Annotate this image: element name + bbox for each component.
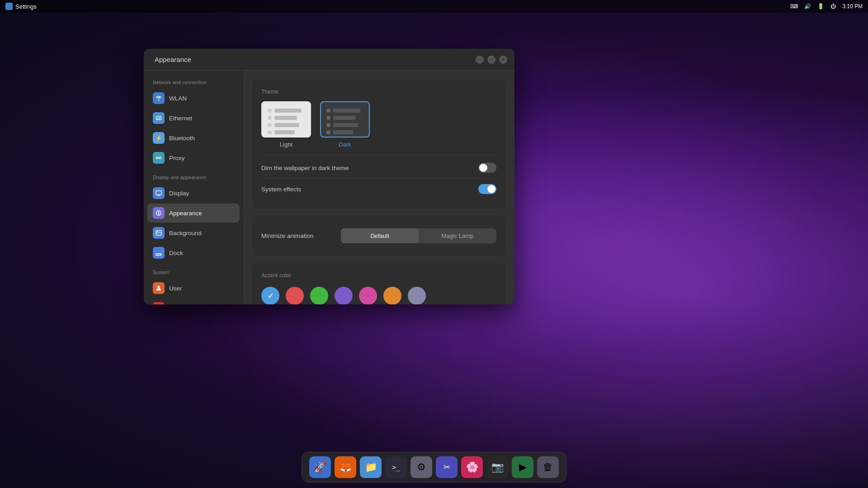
launchpad-icon: 🚀 — [314, 461, 326, 473]
anim-default-button[interactable]: Default — [341, 228, 419, 243]
window-titlebar: Appearance — □ ✕ — [144, 49, 514, 71]
system-effects-toggle[interactable] — [478, 184, 496, 194]
dim-wallpaper-toggle[interactable] — [478, 163, 496, 173]
dock-app-pika-backup[interactable]: 🌸 — [461, 456, 483, 478]
sidebar-item-display[interactable]: Display — [147, 184, 240, 203]
proxy-icon — [153, 152, 165, 164]
svg-point-16 — [157, 286, 160, 288]
settings-window: Appearance — □ ✕ Network and connection — [144, 49, 514, 304]
sidebar-item-notifications[interactable]: Notifications — [147, 298, 240, 304]
dock-app-media-player[interactable]: ▶ — [512, 456, 533, 478]
dock-app-screenshot[interactable]: 📷 — [486, 456, 508, 478]
window-controls: — □ ✕ — [476, 56, 507, 64]
theme-preview-dark — [320, 101, 370, 137]
topbar-right: ⌨ 🔊 🔋 ⏻ 3:10 PM — [790, 3, 863, 9]
sidebar-item-user[interactable]: User — [147, 279, 240, 298]
close-button[interactable]: ✕ — [499, 56, 507, 64]
volume-icon: 🔊 — [804, 3, 811, 9]
terminal-icon: >_ — [392, 464, 400, 471]
dock-app-trash[interactable]: 🗑 — [537, 456, 559, 478]
dock-app-ksnip[interactable]: ✂ — [436, 456, 458, 478]
theme-light-label: Light — [280, 141, 292, 148]
accent-green[interactable] — [310, 287, 328, 304]
sidebar-section-network: Network and connection — [147, 78, 240, 89]
maximize-icon: □ — [490, 57, 493, 62]
trash-icon: 🗑 — [543, 461, 553, 473]
theme-section-label: Theme — [261, 89, 496, 95]
minimize-icon: — — [477, 57, 482, 62]
accent-red[interactable] — [286, 287, 304, 304]
dock-app-firefox[interactable]: 🦊 — [335, 456, 356, 478]
theme-option-dark[interactable]: Dark — [320, 101, 370, 148]
animation-options: Default Magic Lamp — [341, 228, 496, 243]
theme-option-light[interactable]: Light — [261, 101, 311, 148]
theme-divider — [261, 155, 496, 156]
accent-blue[interactable] — [261, 287, 279, 304]
theme-preview-light — [261, 101, 311, 137]
toggle-row-effects: System effects — [261, 178, 496, 199]
topbar-app-name: Settings — [15, 3, 37, 10]
proxy-label: Proxy — [169, 155, 185, 161]
svg-rect-1 — [157, 118, 158, 119]
svg-rect-13 — [157, 254, 158, 255]
theme-section: Theme — [252, 80, 505, 208]
theme-dark-label: Dark — [339, 141, 351, 148]
dim-wallpaper-label: Dim the wallpaper in dark theme — [261, 165, 349, 171]
ethernet-label: Ethernet — [169, 115, 192, 122]
maximize-button[interactable]: □ — [487, 56, 495, 64]
topbar-left: Settings — [5, 3, 37, 10]
accent-pink[interactable] — [359, 287, 377, 304]
background-icon — [153, 227, 165, 239]
keyboard-icon: ⌨ — [790, 3, 798, 9]
sidebar-item-wlan[interactable]: WLAN — [147, 89, 240, 108]
user-icon — [153, 282, 165, 294]
user-label: User — [169, 285, 182, 292]
battery-icon: 🔋 — [817, 3, 824, 9]
dock-icon — [153, 247, 165, 259]
svg-rect-2 — [159, 118, 160, 119]
sidebar-item-dock[interactable]: Dock — [147, 243, 240, 262]
dock-app-terminal[interactable]: >_ — [385, 456, 407, 478]
accent-gray[interactable] — [408, 287, 426, 304]
dock-app-files[interactable]: 📁 — [360, 456, 382, 478]
system-effects-knob — [487, 185, 495, 193]
files-icon: 📁 — [365, 461, 377, 473]
ethernet-icon — [153, 112, 165, 124]
toggle-row-dim: Dim the wallpaper in dark theme — [261, 157, 496, 178]
system-effects-label: System effects — [261, 186, 301, 193]
dock-app-settings[interactable]: ⚙ — [410, 456, 432, 478]
sidebar-item-appearance[interactable]: Appearance — [147, 204, 240, 223]
anim-magic-lamp-button[interactable]: Magic Lamp — [419, 228, 496, 243]
notifications-icon — [153, 302, 165, 304]
svg-rect-6 — [156, 191, 161, 195]
screenshot-icon: 📷 — [491, 461, 504, 473]
animation-row: Minimize animation Default Magic Lamp — [261, 225, 496, 247]
sidebar-item-background[interactable]: Background — [147, 223, 240, 242]
animation-label: Minimize animation — [261, 232, 334, 239]
bluetooth-label: Bluetooth — [169, 135, 195, 142]
dock-label: Dock — [169, 250, 183, 256]
sidebar-item-proxy[interactable]: Proxy — [147, 148, 240, 167]
sidebar-item-bluetooth[interactable]: ⚡ Bluetooth — [147, 128, 240, 147]
svg-point-11 — [157, 231, 158, 232]
clock: 3:10 PM — [842, 3, 863, 9]
accent-section: Accent color — [252, 263, 505, 304]
pika-backup-icon: 🌸 — [466, 461, 478, 473]
bluetooth-icon: ⚡ — [153, 132, 165, 144]
accent-color-grid — [261, 285, 496, 304]
svg-rect-15 — [160, 254, 161, 255]
theme-options: Light — [261, 101, 496, 148]
window-body: Network and connection WLAN — [144, 71, 514, 304]
appearance-icon — [153, 207, 165, 219]
wlan-icon — [153, 92, 165, 104]
minimize-button[interactable]: — — [476, 56, 484, 64]
svg-point-3 — [156, 157, 158, 159]
media-player-icon: ▶ — [519, 461, 527, 473]
accent-purple[interactable] — [335, 287, 353, 304]
appearance-label: Appearance — [169, 210, 202, 217]
display-icon — [153, 187, 165, 199]
sidebar-section-display: Display and appearance — [147, 173, 240, 184]
sidebar-item-ethernet[interactable]: Ethernet — [147, 109, 240, 128]
accent-orange[interactable] — [383, 287, 401, 304]
dock-app-launchpad[interactable]: 🚀 — [309, 456, 331, 478]
